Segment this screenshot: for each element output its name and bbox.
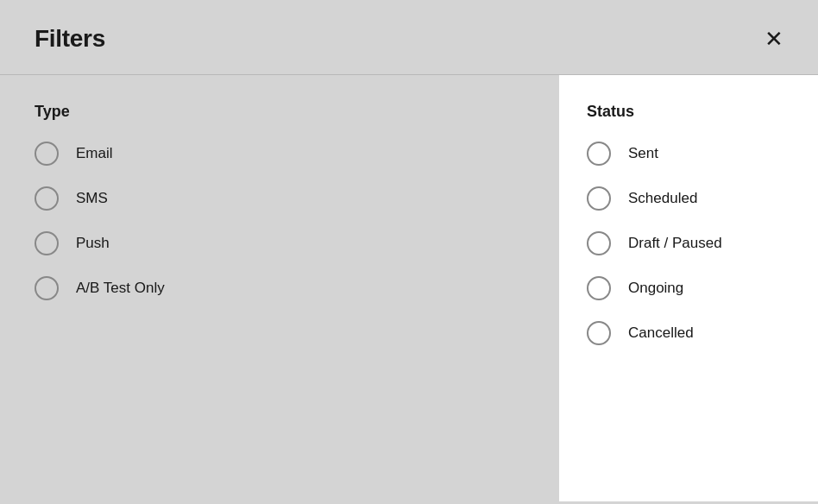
status-option-cancelled[interactable]: Cancelled xyxy=(587,321,790,345)
type-option-email[interactable]: Email xyxy=(35,142,525,166)
type-label-ab-test: A/B Test Only xyxy=(76,280,165,297)
radio-ongoing[interactable] xyxy=(587,276,611,300)
status-label-cancelled: Cancelled xyxy=(628,324,694,342)
modal-header: Filters ✕ xyxy=(0,0,818,74)
type-section: Type Email SMS Push A/B Test Only xyxy=(0,75,559,501)
radio-ab-test[interactable] xyxy=(35,276,59,300)
status-label-ongoing: Ongoing xyxy=(628,280,683,297)
radio-push[interactable] xyxy=(35,231,59,255)
modal-title: Filters xyxy=(35,25,105,53)
filters-modal: Filters ✕ Type Email SMS Push A/B Test O… xyxy=(0,0,818,504)
radio-draft-paused[interactable] xyxy=(587,231,611,255)
modal-body: Type Email SMS Push A/B Test Only Status xyxy=(0,75,818,501)
close-button[interactable]: ✕ xyxy=(761,24,787,54)
status-label-sent: Sent xyxy=(628,145,658,162)
radio-email[interactable] xyxy=(35,142,59,166)
radio-sms[interactable] xyxy=(35,186,59,211)
type-label-sms: SMS xyxy=(76,190,108,207)
status-option-sent[interactable]: Sent xyxy=(587,142,790,166)
type-option-sms[interactable]: SMS xyxy=(35,186,525,211)
radio-cancelled[interactable] xyxy=(587,321,611,345)
type-section-title: Type xyxy=(35,103,525,121)
status-label-scheduled: Scheduled xyxy=(628,190,697,207)
status-label-draft-paused: Draft / Paused xyxy=(628,235,722,252)
type-label-email: Email xyxy=(76,145,113,162)
status-option-scheduled[interactable]: Scheduled xyxy=(587,186,790,211)
type-label-push: Push xyxy=(76,235,110,252)
status-section-title: Status xyxy=(587,103,790,121)
type-option-push[interactable]: Push xyxy=(35,231,525,255)
radio-scheduled[interactable] xyxy=(587,186,611,211)
radio-sent[interactable] xyxy=(587,142,611,166)
type-option-ab-test[interactable]: A/B Test Only xyxy=(35,276,525,300)
status-option-ongoing[interactable]: Ongoing xyxy=(587,276,790,300)
status-option-draft-paused[interactable]: Draft / Paused xyxy=(587,231,790,255)
status-section: Status Sent Scheduled Draft / Paused Ong… xyxy=(559,75,818,501)
